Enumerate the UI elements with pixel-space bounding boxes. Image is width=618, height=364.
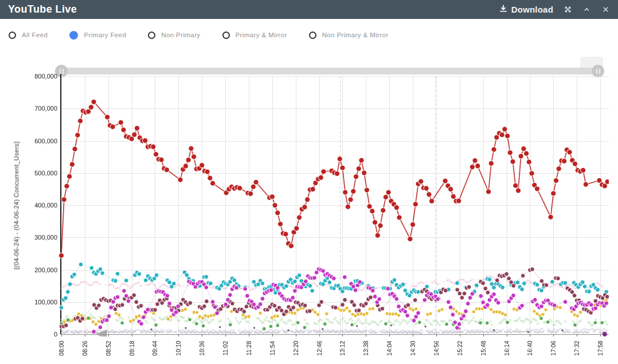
radio-icon[interactable] [309,32,316,39]
feed-filter-group: All FeedPrimary FeedNon PrimaryPrimary &… [9,28,410,42]
x-tick-label: 15:48 [479,336,487,361]
x-tick-label: 09:18 [128,336,135,361]
feed-option-non-primary-mirror[interactable]: Non Primary & Mirror [309,32,389,39]
x-tick-label: 14:56 [432,336,440,361]
x-tick-label: 11:02 [222,336,229,361]
y-tick-label: 700,000 [21,105,57,112]
youtube-live-panel: YouTube Live Download [0,0,618,364]
y-tick-label: 0 [21,331,57,338]
chevron-up-icon [583,6,590,13]
x-tick-label: 17:32 [573,336,581,361]
x-tick-label: 16:14 [503,336,510,361]
close-button[interactable] [601,5,610,14]
feed-option-label: Non Primary [161,32,200,38]
y-tick-label: 400,000 [21,202,57,209]
radio-icon[interactable] [222,32,230,39]
y-tick-label: 200,000 [21,267,57,273]
x-tick-label: 12:20 [292,336,299,361]
x-tick-label: 12:46 [315,336,323,361]
y-tick-label: 600,000 [21,138,57,144]
radio-icon[interactable] [148,32,155,39]
panel-header: YouTube Live Download [0,0,618,19]
radio-selected-icon[interactable] [69,31,78,40]
expand-icon [564,6,572,13]
x-tick-label: 13:12 [339,336,346,361]
y-tick-label: 500,000 [21,170,57,177]
x-tick-label: 15:22 [456,336,463,361]
close-icon [602,6,609,13]
download-button[interactable]: Download [499,5,553,14]
x-tick-label: 14:04 [386,336,393,361]
download-label: Download [511,5,553,14]
feed-option-all-feed[interactable]: All Feed [9,32,48,39]
feed-option-label: All Feed [22,32,48,38]
header-actions: Download [499,5,610,14]
y-tick-label: 300,000 [21,234,57,241]
collapse-button[interactable] [582,5,591,14]
feed-option-label: Primary & Mirror [236,32,287,38]
x-tick-label: 11:54 [268,336,276,361]
y-tick-label: 800,000 [21,73,57,80]
x-tick-label: 17:06 [550,336,557,361]
x-tick-label: 08:00 [58,336,65,361]
x-tick-label: 10:36 [198,336,206,361]
feed-option-primary-feed[interactable]: Primary Feed [69,31,126,40]
feed-option-label: Non Primary & Mirror [322,32,389,38]
x-tick-label: 14:30 [409,336,417,361]
x-tick-label: 08:26 [81,336,88,361]
x-tick-label: 17:58 [597,336,604,361]
radio-icon[interactable] [9,32,16,39]
x-tick-label: 08:52 [104,336,112,361]
page-title: YouTube Live [8,3,77,15]
x-tick-label: 13:38 [362,336,370,361]
x-tick-label: 11:28 [245,336,252,361]
expand-button[interactable] [564,5,572,14]
x-tick-label: 09:44 [151,336,159,361]
feed-option-non-primary[interactable]: Non Primary [148,32,200,39]
feed-option-label: Primary Feed [84,32,126,38]
chart-canvas[interactable] [0,54,618,364]
x-tick-label: 10:10 [175,336,182,361]
download-icon [499,5,507,14]
feed-option-primary-mirror[interactable]: Primary & Mirror [222,32,287,39]
x-tick-label: 16:40 [526,336,534,361]
y-tick-label: 100,000 [21,299,57,306]
